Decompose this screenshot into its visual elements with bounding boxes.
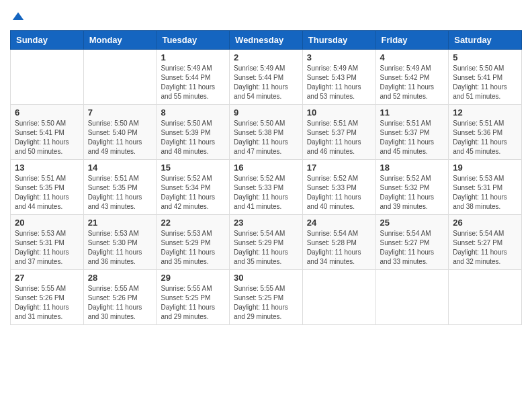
- day-info: Sunrise: 5:52 AM Sunset: 5:34 PM Dayligh…: [161, 174, 225, 212]
- calendar-weekday: Thursday: [302, 31, 375, 50]
- day-number: 14: [88, 163, 152, 173]
- day-info: Sunrise: 5:52 AM Sunset: 5:33 PM Dayligh…: [234, 174, 298, 212]
- day-number: 23: [234, 218, 298, 228]
- day-info: Sunrise: 5:49 AM Sunset: 5:42 PM Dayligh…: [380, 64, 445, 101]
- day-number: 10: [307, 107, 371, 118]
- day-number: 18: [380, 163, 445, 173]
- day-number: 2: [234, 52, 298, 62]
- day-info: Sunrise: 5:49 AM Sunset: 5:43 PM Dayligh…: [307, 64, 371, 101]
- calendar-cell: 21Sunrise: 5:53 AM Sunset: 5:30 PM Dayli…: [83, 215, 157, 270]
- logo: [10, 10, 25, 24]
- calendar-table: SundayMondayTuesdayWednesdayThursdayFrid…: [10, 30, 522, 325]
- day-number: 27: [15, 273, 79, 283]
- day-info: Sunrise: 5:52 AM Sunset: 5:33 PM Dayligh…: [307, 174, 371, 212]
- day-info: Sunrise: 5:50 AM Sunset: 5:38 PM Dayligh…: [234, 119, 298, 156]
- calendar-cell: [11, 50, 84, 105]
- day-info: Sunrise: 5:51 AM Sunset: 5:35 PM Dayligh…: [15, 174, 79, 212]
- day-number: 15: [161, 163, 225, 173]
- day-number: 1: [161, 52, 225, 62]
- calendar-weekday: Friday: [375, 31, 449, 50]
- calendar-cell: 4Sunrise: 5:49 AM Sunset: 5:42 PM Daylig…: [375, 50, 449, 105]
- calendar-weekday: Tuesday: [157, 31, 230, 50]
- day-info: Sunrise: 5:50 AM Sunset: 5:41 PM Dayligh…: [453, 64, 517, 101]
- calendar-week-row: 6Sunrise: 5:50 AM Sunset: 5:41 PM Daylig…: [11, 105, 522, 160]
- calendar-cell: 24Sunrise: 5:54 AM Sunset: 5:28 PM Dayli…: [302, 215, 375, 270]
- day-info: Sunrise: 5:50 AM Sunset: 5:39 PM Dayligh…: [161, 119, 225, 156]
- day-number: 4: [380, 52, 445, 62]
- day-info: Sunrise: 5:53 AM Sunset: 5:29 PM Dayligh…: [161, 229, 225, 267]
- calendar-cell: 17Sunrise: 5:52 AM Sunset: 5:33 PM Dayli…: [302, 160, 375, 215]
- calendar-cell: 5Sunrise: 5:50 AM Sunset: 5:41 PM Daylig…: [449, 50, 522, 105]
- calendar-cell: 14Sunrise: 5:51 AM Sunset: 5:35 PM Dayli…: [83, 160, 157, 215]
- logo-icon: [11, 10, 25, 24]
- day-number: 6: [15, 107, 79, 118]
- day-number: 26: [453, 218, 517, 228]
- calendar-week-row: 1Sunrise: 5:49 AM Sunset: 5:44 PM Daylig…: [11, 50, 522, 105]
- day-number: 16: [234, 163, 298, 173]
- calendar-cell: 20Sunrise: 5:53 AM Sunset: 5:31 PM Dayli…: [11, 215, 84, 270]
- calendar-weekday: Monday: [83, 31, 157, 50]
- calendar-cell: 26Sunrise: 5:54 AM Sunset: 5:27 PM Dayli…: [449, 215, 522, 270]
- day-number: 29: [161, 273, 225, 283]
- day-info: Sunrise: 5:55 AM Sunset: 5:26 PM Dayligh…: [15, 284, 79, 322]
- day-info: Sunrise: 5:49 AM Sunset: 5:44 PM Dayligh…: [234, 64, 298, 101]
- day-number: 19: [453, 163, 517, 173]
- calendar-cell: 11Sunrise: 5:51 AM Sunset: 5:37 PM Dayli…: [375, 105, 449, 160]
- day-number: 11: [380, 107, 445, 118]
- day-number: 25: [380, 218, 445, 228]
- calendar-cell: [375, 270, 449, 325]
- calendar-cell: 1Sunrise: 5:49 AM Sunset: 5:44 PM Daylig…: [157, 50, 230, 105]
- day-info: Sunrise: 5:51 AM Sunset: 5:37 PM Dayligh…: [380, 119, 445, 156]
- day-info: Sunrise: 5:52 AM Sunset: 5:32 PM Dayligh…: [380, 174, 445, 212]
- day-info: Sunrise: 5:51 AM Sunset: 5:37 PM Dayligh…: [307, 119, 371, 156]
- day-info: Sunrise: 5:53 AM Sunset: 5:31 PM Dayligh…: [15, 229, 79, 267]
- day-info: Sunrise: 5:51 AM Sunset: 5:36 PM Dayligh…: [453, 119, 517, 156]
- day-info: Sunrise: 5:54 AM Sunset: 5:27 PM Dayligh…: [380, 229, 445, 267]
- calendar-cell: 25Sunrise: 5:54 AM Sunset: 5:27 PM Dayli…: [375, 215, 449, 270]
- day-number: 24: [307, 218, 371, 228]
- calendar-cell: 16Sunrise: 5:52 AM Sunset: 5:33 PM Dayli…: [230, 160, 303, 215]
- calendar-cell: 2Sunrise: 5:49 AM Sunset: 5:44 PM Daylig…: [230, 50, 303, 105]
- day-info: Sunrise: 5:54 AM Sunset: 5:29 PM Dayligh…: [234, 229, 298, 267]
- calendar-cell: 7Sunrise: 5:50 AM Sunset: 5:40 PM Daylig…: [83, 105, 157, 160]
- day-number: 13: [15, 163, 79, 173]
- calendar-cell: 9Sunrise: 5:50 AM Sunset: 5:38 PM Daylig…: [230, 105, 303, 160]
- day-number: 5: [453, 52, 517, 62]
- calendar-cell: 8Sunrise: 5:50 AM Sunset: 5:39 PM Daylig…: [157, 105, 230, 160]
- calendar-week-row: 20Sunrise: 5:53 AM Sunset: 5:31 PM Dayli…: [11, 215, 522, 270]
- day-info: Sunrise: 5:53 AM Sunset: 5:30 PM Dayligh…: [88, 229, 152, 267]
- day-info: Sunrise: 5:50 AM Sunset: 5:41 PM Dayligh…: [15, 119, 79, 156]
- page-header: [10, 10, 522, 24]
- calendar-cell: 29Sunrise: 5:55 AM Sunset: 5:25 PM Dayli…: [157, 270, 230, 325]
- day-info: Sunrise: 5:54 AM Sunset: 5:28 PM Dayligh…: [307, 229, 371, 267]
- calendar-week-row: 27Sunrise: 5:55 AM Sunset: 5:26 PM Dayli…: [11, 270, 522, 325]
- day-info: Sunrise: 5:55 AM Sunset: 5:25 PM Dayligh…: [161, 284, 225, 322]
- calendar-cell: 27Sunrise: 5:55 AM Sunset: 5:26 PM Dayli…: [11, 270, 84, 325]
- day-info: Sunrise: 5:55 AM Sunset: 5:26 PM Dayligh…: [88, 284, 152, 322]
- calendar-cell: 19Sunrise: 5:53 AM Sunset: 5:31 PM Dayli…: [449, 160, 522, 215]
- calendar-cell: 10Sunrise: 5:51 AM Sunset: 5:37 PM Dayli…: [302, 105, 375, 160]
- day-info: Sunrise: 5:54 AM Sunset: 5:27 PM Dayligh…: [453, 229, 517, 267]
- calendar-weekday: Saturday: [449, 31, 522, 50]
- calendar-cell: 18Sunrise: 5:52 AM Sunset: 5:32 PM Dayli…: [375, 160, 449, 215]
- calendar-body: 1Sunrise: 5:49 AM Sunset: 5:44 PM Daylig…: [11, 50, 522, 325]
- calendar-cell: 30Sunrise: 5:55 AM Sunset: 5:25 PM Dayli…: [230, 270, 303, 325]
- calendar-weekday: Sunday: [11, 31, 84, 50]
- calendar-cell: 23Sunrise: 5:54 AM Sunset: 5:29 PM Dayli…: [230, 215, 303, 270]
- calendar-cell: [83, 50, 157, 105]
- calendar-cell: 13Sunrise: 5:51 AM Sunset: 5:35 PM Dayli…: [11, 160, 84, 215]
- day-number: 21: [88, 218, 152, 228]
- calendar-weekday: Wednesday: [230, 31, 303, 50]
- day-number: 30: [234, 273, 298, 283]
- day-number: 17: [307, 163, 371, 173]
- day-number: 12: [453, 107, 517, 118]
- calendar-cell: 6Sunrise: 5:50 AM Sunset: 5:41 PM Daylig…: [11, 105, 84, 160]
- day-number: 3: [307, 52, 371, 62]
- day-info: Sunrise: 5:50 AM Sunset: 5:40 PM Dayligh…: [88, 119, 152, 156]
- calendar-cell: 15Sunrise: 5:52 AM Sunset: 5:34 PM Dayli…: [157, 160, 230, 215]
- day-number: 8: [161, 107, 225, 118]
- calendar-header-row: SundayMondayTuesdayWednesdayThursdayFrid…: [11, 31, 522, 50]
- day-info: Sunrise: 5:51 AM Sunset: 5:35 PM Dayligh…: [88, 174, 152, 212]
- calendar-cell: [449, 270, 522, 325]
- day-number: 22: [161, 218, 225, 228]
